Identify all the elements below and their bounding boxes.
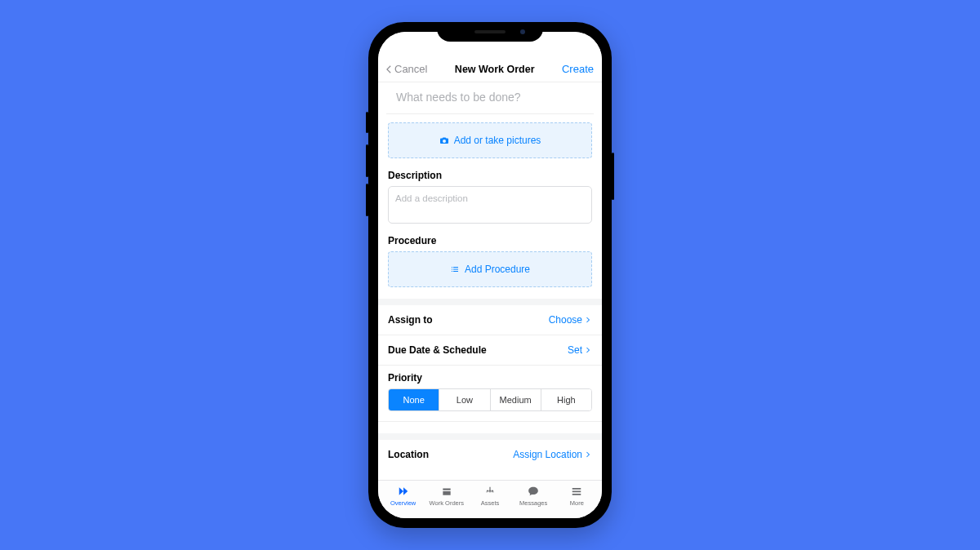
content: Cancel New Work Order Create What needs … [378,32,602,480]
priority-low[interactable]: Low [439,389,490,410]
create-button[interactable]: Create [562,63,594,75]
nav-header: Cancel New Work Order Create [378,58,602,82]
page-title: New Work Order [455,64,535,75]
add-procedure-button[interactable]: Add Procedure [388,251,592,287]
chevron-right-icon [584,346,592,354]
priority-none[interactable]: None [389,389,439,410]
priority-section: Priority None Low Medium High [378,366,602,422]
phone-button [366,112,368,133]
cancel-label: Cancel [394,63,427,75]
due-date-label: Due Date & Schedule [388,344,487,356]
overview-icon [396,486,411,497]
priority-segmented: None Low Medium High [388,388,592,411]
app-screen: Cancel New Work Order Create What needs … [378,32,602,518]
phone-notch [437,22,543,42]
tab-label: More [570,499,584,507]
due-date-action: Set [568,344,592,356]
divider [378,433,602,440]
camera-icon [439,135,449,145]
tab-overview[interactable]: Overview [381,486,425,507]
title-input[interactable]: What needs to be done? [386,82,594,114]
priority-medium[interactable]: Medium [491,389,541,410]
add-pictures-button[interactable]: Add or take pictures [388,122,592,158]
more-icon [569,486,584,497]
tab-messages[interactable]: Messages [512,486,555,507]
procedure-label: Procedure [388,235,592,246]
list-icon [450,264,460,274]
tab-label: Overview [390,499,416,507]
chevron-left-icon [383,64,394,75]
tab-work-orders[interactable]: Work Orders [425,486,468,507]
messages-icon [526,486,541,497]
location-label: Location [388,449,429,460]
add-pictures-label: Add or take pictures [454,135,541,146]
add-procedure-label: Add Procedure [465,264,530,275]
phone-button [612,153,614,200]
pictures-section: Add or take pictures Description Add a d… [378,114,602,287]
chevron-right-icon [584,316,592,324]
location-action-label: Assign Location [513,449,582,460]
assets-icon [483,486,497,497]
tab-label: Messages [519,499,547,507]
assign-to-row[interactable]: Assign to Choose [378,305,602,335]
due-date-action-label: Set [568,344,582,356]
phone-frame: Cancel New Work Order Create What needs … [368,22,612,528]
description-input[interactable]: Add a description [388,186,592,224]
tab-assets[interactable]: Assets [468,486,511,507]
phone-button [366,184,368,216]
assign-to-label: Assign to [388,314,433,326]
priority-high[interactable]: High [541,389,591,410]
tab-more[interactable]: More [555,486,599,507]
location-row[interactable]: Location Assign Location [378,440,602,469]
tab-bar: Overview Work Orders Assets Messages [378,480,602,518]
assign-to-action: Choose [549,314,592,326]
chevron-right-icon [584,450,592,459]
tab-label: Work Orders [430,499,464,507]
phone-button [366,144,368,177]
description-label: Description [388,170,592,181]
assign-to-action-label: Choose [549,314,582,326]
priority-label: Priority [388,372,592,384]
tab-label: Assets [481,499,500,507]
due-date-row[interactable]: Due Date & Schedule Set [378,335,602,366]
location-action: Assign Location [513,449,592,460]
divider [378,299,602,305]
cancel-button[interactable]: Cancel [383,63,427,75]
work-orders-icon [439,486,454,497]
